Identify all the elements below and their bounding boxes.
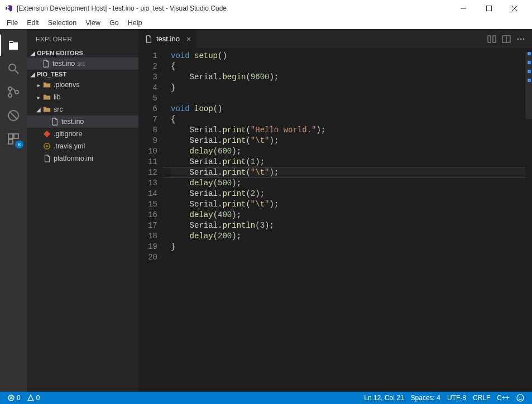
minimize-button[interactable] xyxy=(450,0,476,17)
code-line[interactable]: { xyxy=(171,61,525,72)
svg-point-7 xyxy=(8,94,12,97)
code-line[interactable]: Serial.print("\t"); xyxy=(171,199,525,210)
svg-point-15 xyxy=(46,145,48,147)
svg-rect-16 xyxy=(488,36,491,42)
overview-mark xyxy=(528,52,531,55)
section-label: OPEN EDITORS xyxy=(37,50,83,56)
menu-item-file[interactable]: File xyxy=(2,18,22,28)
chevron-down-icon: ◢ xyxy=(29,71,37,78)
overview-mark xyxy=(528,79,531,82)
status-encoding[interactable]: UTF-8 xyxy=(444,392,469,404)
code-line[interactable]: void setup() xyxy=(171,51,525,61)
code-line[interactable]: Serial.print("Hello world."); xyxy=(171,125,525,136)
tree-item-label: .gitignore xyxy=(54,130,82,138)
status-warnings[interactable]: 0 xyxy=(24,392,44,404)
project-tree: ▸.pioenvs▸lib◢srctest.ino.gitignore.trav… xyxy=(27,79,138,165)
code-line[interactable]: delay(200); xyxy=(171,231,525,242)
activity-search[interactable] xyxy=(0,57,27,80)
tree-file[interactable]: .travis.yml xyxy=(27,140,138,152)
code-editor[interactable]: 1234567891011121314151617181920 void set… xyxy=(138,49,532,392)
tree-item-label: platformio.ini xyxy=(54,155,93,162)
line-number: 20 xyxy=(138,252,157,263)
tree-item-label: .travis.yml xyxy=(54,142,85,150)
svg-rect-13 xyxy=(8,140,13,144)
code-line[interactable]: { xyxy=(171,114,525,125)
code-line[interactable]: } xyxy=(171,242,525,252)
menu-item-help[interactable]: Help xyxy=(123,18,147,28)
close-button[interactable] xyxy=(502,0,528,17)
line-number: 15 xyxy=(138,199,157,210)
extensions-badge: 8 xyxy=(15,141,23,148)
tabs-bar: test.ino× xyxy=(138,29,532,49)
menu-item-selection[interactable]: Selection xyxy=(44,18,81,28)
maximize-button[interactable] xyxy=(476,0,502,17)
svg-point-6 xyxy=(8,87,12,90)
line-number: 1 xyxy=(138,51,157,61)
tree-item-label: .pioenvs xyxy=(54,81,80,89)
section-open-editors[interactable]: ◢ OPEN EDITORS xyxy=(27,49,138,57)
line-number: 14 xyxy=(138,189,157,199)
code-line[interactable] xyxy=(171,252,525,263)
code-line[interactable]: Serial.println(3); xyxy=(171,220,525,231)
activity-scm[interactable] xyxy=(0,80,27,104)
tree-file[interactable]: .gitignore xyxy=(27,128,138,140)
split-editor-icon[interactable] xyxy=(502,35,511,44)
menu-item-edit[interactable]: Edit xyxy=(22,18,44,28)
code-line[interactable]: Serial.begin(9600); xyxy=(171,72,525,83)
line-number: 2 xyxy=(138,61,157,72)
line-number: 13 xyxy=(138,178,157,189)
code-line[interactable] xyxy=(171,93,525,104)
code-line[interactable]: delay(600); xyxy=(171,146,525,157)
code-line[interactable]: Serial.print("\t"); xyxy=(171,167,525,178)
editor-area: test.ino× 123456789101112131415161718192… xyxy=(138,29,532,392)
tree-file[interactable]: platformio.ini xyxy=(27,152,138,165)
folder-icon xyxy=(42,105,51,114)
status-cursor-position[interactable]: Ln 12, Col 21 xyxy=(361,392,407,404)
file-meta: src xyxy=(77,60,85,67)
code-line[interactable]: Serial.print("\t"); xyxy=(171,136,525,146)
status-feedback[interactable] xyxy=(513,392,528,404)
file-icon xyxy=(50,117,59,126)
window-controls xyxy=(450,0,528,17)
overview-mark xyxy=(528,70,531,73)
line-number: 8 xyxy=(138,125,157,136)
diff-icon[interactable] xyxy=(487,35,496,44)
svg-point-28 xyxy=(521,397,522,398)
activity-extensions[interactable]: 8 xyxy=(0,127,27,151)
minimap[interactable] xyxy=(525,49,532,392)
code-line[interactable]: delay(400); xyxy=(171,210,525,220)
svg-line-10 xyxy=(9,112,17,119)
code-line[interactable]: void loop() xyxy=(171,104,525,114)
code-line[interactable]: Serial.print(2); xyxy=(171,189,525,199)
tree-folder[interactable]: ▸.pioenvs xyxy=(27,79,138,91)
status-eol[interactable]: CRLF xyxy=(469,392,493,404)
line-number: 3 xyxy=(138,72,157,83)
menu-item-view[interactable]: View xyxy=(81,18,105,28)
line-number: 12 xyxy=(138,167,157,178)
status-indent[interactable]: Spaces: 4 xyxy=(408,392,444,404)
section-project[interactable]: ◢ PIO_TEST xyxy=(27,70,138,79)
tree-folder[interactable]: ◢src xyxy=(27,103,138,116)
tree-file[interactable]: test.ino xyxy=(27,116,138,128)
code-line[interactable]: Serial.print(1); xyxy=(171,157,525,167)
tree-folder[interactable]: ▸lib xyxy=(27,91,138,103)
editor-tab[interactable]: test.ino× xyxy=(138,29,197,49)
menu-item-go[interactable]: Go xyxy=(105,18,123,28)
window-title: [Extension Development Host] - test.ino … xyxy=(17,4,450,12)
open-editor-item[interactable]: test.inosrc xyxy=(27,57,138,70)
line-number: 10 xyxy=(138,146,157,157)
close-icon[interactable]: × xyxy=(186,35,191,43)
code-content[interactable]: void setup(){ Serial.begin(9600);}void l… xyxy=(163,49,525,392)
activity-explorer[interactable] xyxy=(0,33,27,57)
tree-item-label: lib xyxy=(54,93,61,101)
code-line[interactable]: delay(500); xyxy=(171,178,525,189)
svg-point-27 xyxy=(519,397,520,398)
sidebar: EXPLORER ◢ OPEN EDITORS test.inosrc ◢ PI… xyxy=(27,29,138,392)
code-line[interactable]: } xyxy=(171,83,525,93)
status-language[interactable]: C++ xyxy=(493,392,513,404)
file-icon xyxy=(42,142,51,151)
activity-debug[interactable] xyxy=(0,104,27,127)
more-icon[interactable] xyxy=(516,35,525,44)
overview-mark xyxy=(528,61,531,64)
status-errors[interactable]: 0 xyxy=(4,392,24,404)
